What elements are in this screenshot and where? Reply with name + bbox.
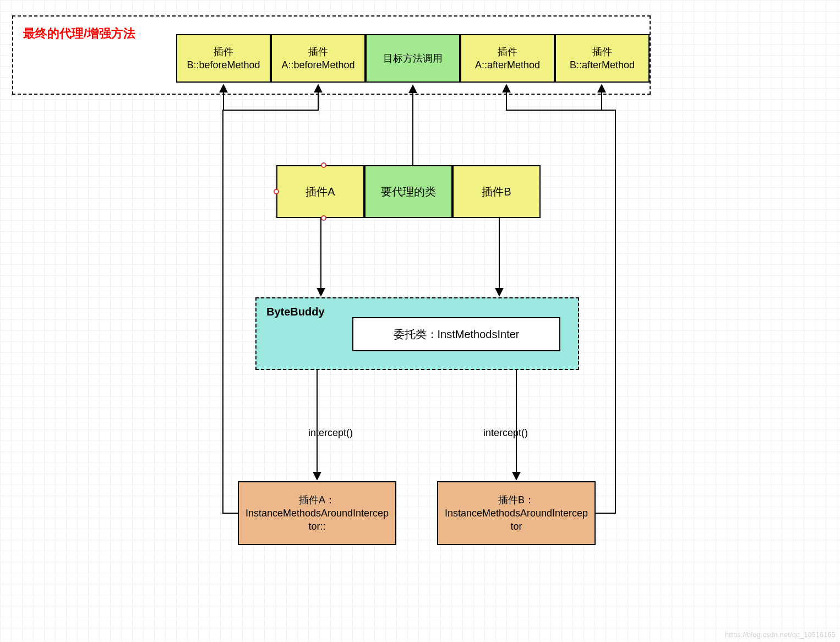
conn-dot-3 bbox=[321, 215, 326, 221]
box-a-after: 插件A::afterMethod bbox=[460, 34, 555, 83]
box-b-after: 插件B::afterMethod bbox=[555, 34, 650, 83]
box-plugin-a: 插件A bbox=[276, 165, 364, 218]
bytebuddy-title: ByteBuddy bbox=[266, 306, 325, 318]
conn-dot-1 bbox=[321, 162, 326, 168]
box-proxy-class: 要代理的类 bbox=[364, 165, 452, 218]
box-plugin-b: 插件B bbox=[452, 165, 541, 218]
box-delegate-class: 委托类：InstMethodsInter bbox=[352, 317, 560, 351]
label-intercept-right: intercept() bbox=[483, 427, 528, 439]
watermark: https://blog.csdn.net/qq_10516165 bbox=[725, 631, 836, 639]
box-interceptor-a: 插件A：InstanceMethodsAroundInterceptor:: bbox=[238, 481, 396, 545]
label-intercept-left: intercept() bbox=[308, 427, 353, 439]
box-target: 目标方法调用 bbox=[366, 34, 460, 83]
box-b-before: 插件B::beforeMethod bbox=[176, 34, 271, 83]
top-title: 最终的代理/增强方法 bbox=[23, 25, 135, 42]
box-interceptor-b: 插件B：InstanceMethodsAroundInterceptor bbox=[437, 481, 596, 545]
box-a-before: 插件A::beforeMethod bbox=[271, 34, 366, 83]
conn-dot-2 bbox=[274, 189, 279, 194]
